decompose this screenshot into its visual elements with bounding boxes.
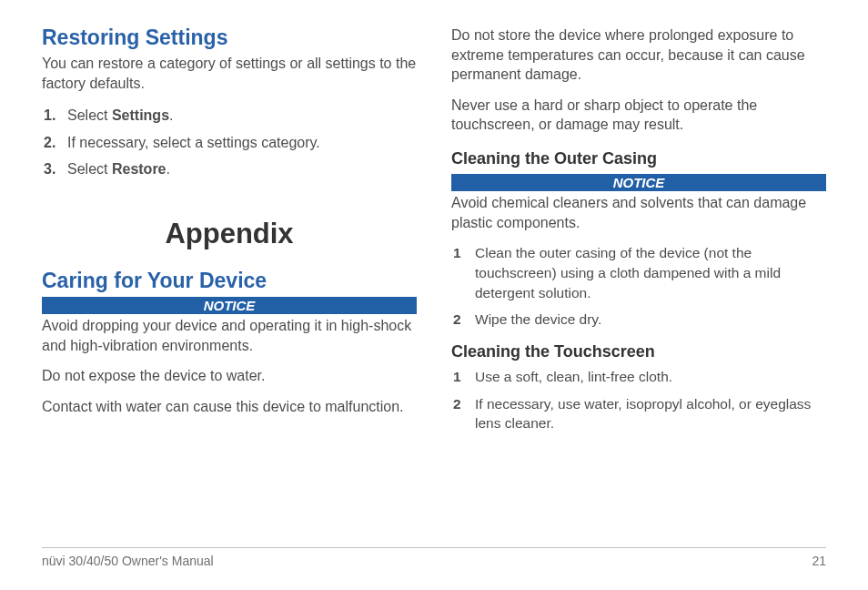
- temp-warning: Do not store the device where prolonged …: [451, 25, 826, 85]
- notice-text-3: Contact with water can cause this device…: [42, 397, 417, 417]
- notice-text-2: Do not expose the device to water.: [42, 366, 417, 386]
- step-2: 2 Wipe the device dry.: [453, 310, 826, 330]
- step-number: 1: [453, 243, 475, 302]
- footer-title: nüvi 30/40/50 Owner's Manual: [42, 554, 214, 568]
- step-text: If necessary, select a settings category…: [67, 131, 320, 155]
- page-number: 21: [812, 554, 826, 568]
- step-text: Select Settings.: [67, 104, 174, 127]
- step-text: Select Restore.: [67, 158, 170, 181]
- heading-cleaning-touchscreen: Cleaning the Touchscreen: [451, 342, 826, 361]
- cleaners-warning: Avoid chemical cleaners and solvents tha…: [451, 193, 826, 232]
- step-text: If necessary, use water, isopropyl alcoh…: [475, 394, 826, 433]
- content-columns: Restoring Settings You can restore a cat…: [42, 25, 826, 531]
- step-text: Use a soft, clean, lint-free cloth.: [475, 367, 672, 387]
- notice-bar: NOTICE: [451, 174, 826, 191]
- casing-steps: 1 Clean the outer casing of the device (…: [451, 243, 826, 330]
- step-number: 1: [44, 104, 67, 127]
- step-2: 2 If necessary, use water, isopropyl alc…: [453, 394, 826, 433]
- step-1: 1 Use a soft, clean, lint-free cloth.: [453, 367, 826, 387]
- page-footer: nüvi 30/40/50 Owner's Manual 21: [42, 547, 826, 568]
- heading-cleaning-casing: Cleaning the Outer Casing: [451, 149, 826, 168]
- step-number: 1: [453, 367, 475, 387]
- step-number: 2: [453, 394, 475, 433]
- heading-restoring-settings: Restoring Settings: [42, 25, 417, 50]
- step-3: 3 Select Restore.: [44, 158, 417, 181]
- step-number: 3: [44, 158, 67, 181]
- step-number: 2: [44, 131, 67, 155]
- step-number: 2: [453, 310, 475, 330]
- left-column: Restoring Settings You can restore a cat…: [42, 25, 417, 531]
- step-1: 1 Clean the outer casing of the device (…: [453, 243, 826, 302]
- step-2: 2 If necessary, select a settings catego…: [44, 131, 417, 155]
- step-1: 1 Select Settings.: [44, 104, 417, 127]
- touchscreen-steps: 1 Use a soft, clean, lint-free cloth. 2 …: [451, 367, 826, 433]
- step-text: Wipe the device dry.: [475, 310, 601, 330]
- heading-caring-device: Caring for Your Device: [42, 269, 417, 293]
- sharp-object-warning: Never use a hard or sharp object to oper…: [451, 96, 826, 135]
- notice-text-1: Avoid dropping your device and operating…: [42, 316, 417, 355]
- step-text: Clean the outer casing of the device (no…: [475, 243, 826, 302]
- right-column: Do not store the device where prolonged …: [451, 25, 826, 531]
- notice-bar: NOTICE: [42, 297, 417, 314]
- heading-appendix: Appendix: [42, 218, 417, 250]
- restoring-intro: You can restore a category of settings o…: [42, 54, 417, 93]
- restoring-steps: 1 Select Settings. 2 If necessary, selec…: [42, 104, 417, 181]
